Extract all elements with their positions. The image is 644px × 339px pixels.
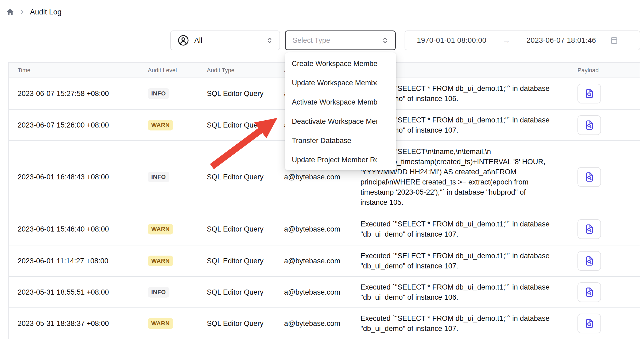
type-menu-item[interactable]: Update Workspace Member bbox=[285, 73, 396, 92]
comment-line: timestamp '2023-05-22');"` in database "… bbox=[360, 187, 545, 197]
audit-level-cell: WARN bbox=[148, 120, 173, 130]
actor-cell: a@bytebase.com bbox=[284, 225, 340, 233]
date-range-start[interactable]: 1970-01-01 08:00:00 bbox=[417, 36, 486, 45]
date-range-end[interactable]: 2023-06-07 18:01:46 bbox=[526, 36, 596, 45]
payload-view-button[interactable] bbox=[577, 115, 601, 135]
type-menu-item-label: Deactivate Workspace Member bbox=[292, 112, 377, 131]
file-search-icon bbox=[584, 223, 595, 235]
file-search-icon bbox=[584, 286, 595, 298]
audit-type-cell: SQL Editor Query bbox=[207, 288, 263, 296]
type-menu-item-label: Transfer Database bbox=[292, 131, 351, 150]
col-header-audit-level: Audit Level bbox=[148, 67, 177, 74]
audit-level-badge: INFO bbox=[148, 88, 169, 99]
comment-line: Executed `"SELECT * FROM db_ui_demo.t1;"… bbox=[360, 313, 550, 323]
audit-type-cell: SQL Editor Query bbox=[207, 90, 263, 98]
audit-level-badge: WARN bbox=[148, 318, 173, 329]
payload-view-button[interactable] bbox=[577, 167, 601, 187]
comment-cell: Executed `"SELECT * FROM db_ui_demo.t1;"… bbox=[360, 313, 550, 334]
time-cell: 2023-06-07 15:27:58 +08:00 bbox=[18, 90, 109, 98]
audit-level-cell: WARN bbox=[148, 318, 173, 329]
type-menu-item[interactable]: Create Workspace Member bbox=[285, 54, 396, 73]
audit-level-badge: WARN bbox=[148, 256, 173, 266]
comment-line: instance 105. bbox=[360, 197, 545, 207]
table-row: 2023-06-01 11:14:27 +08:00 WARN SQL Edit… bbox=[9, 245, 640, 277]
payload-view-button[interactable] bbox=[577, 219, 601, 239]
type-menu-item[interactable]: Deactivate Workspace Member bbox=[285, 111, 396, 131]
comment-line: "db_ui_demo" of instance 107. bbox=[360, 229, 550, 239]
audit-level-cell: INFO bbox=[148, 287, 169, 298]
audit-type-cell: SQL Editor Query bbox=[207, 319, 263, 328]
type-menu-item[interactable]: Activate Workspace Member bbox=[285, 92, 396, 111]
time-cell: 2023-06-01 11:14:27 +08:00 bbox=[18, 257, 108, 265]
type-select-menu: Create Workspace Member Update Workspace… bbox=[285, 52, 396, 170]
payload-view-button[interactable] bbox=[577, 282, 601, 302]
time-cell: 2023-05-31 18:38:37 +08:00 bbox=[18, 319, 109, 328]
payload-view-button[interactable] bbox=[577, 314, 601, 333]
time-cell: 2023-06-07 15:26:00 +08:00 bbox=[18, 121, 109, 129]
comment-cell: Executed `"SELECT * FROM db_ui_demo.t1;"… bbox=[360, 219, 550, 239]
audit-level-badge: INFO bbox=[148, 287, 169, 298]
chevron-updown-icon bbox=[266, 36, 274, 45]
home-icon[interactable] bbox=[6, 8, 14, 16]
comment-line: "db_ui_demo" of instance 107. bbox=[360, 261, 550, 271]
comment-line: "db_ui_demo" of instance 106. bbox=[360, 292, 550, 302]
chevron-updown-icon bbox=[381, 36, 389, 45]
chevron-right-icon bbox=[19, 9, 25, 15]
comment-line: Executed `"SELECT * FROM db_ui_demo.t1;"… bbox=[360, 219, 550, 229]
comment-cell: Executed `"SELECT * FROM db_ui_demo.t1;"… bbox=[360, 251, 550, 271]
type-filter-placeholder: Select Type bbox=[293, 36, 330, 45]
file-search-icon bbox=[584, 317, 595, 330]
actor-cell: a@bytebase.com bbox=[284, 288, 340, 296]
audit-type-cell: SQL Editor Query bbox=[207, 225, 263, 233]
audit-log-page: Audit Log All Select Type 1970-01-01 08: bbox=[0, 0, 644, 339]
audit-level-cell: WARN bbox=[148, 256, 173, 266]
col-header-time: Time bbox=[18, 67, 30, 74]
type-menu-item[interactable]: Update Project Member Role bbox=[285, 150, 396, 169]
comment-line: Executed `"SELECT * FROM db_ui_demo.t1;"… bbox=[360, 282, 550, 292]
file-search-icon bbox=[584, 171, 595, 183]
audit-level-badge: WARN bbox=[148, 120, 173, 130]
audit-level-badge: INFO bbox=[148, 172, 169, 182]
audit-type-cell: SQL Editor Query bbox=[207, 121, 263, 129]
comment-line: principal\nWHERE created_ts >= extract(e… bbox=[360, 177, 545, 187]
table-row: 2023-05-31 18:38:37 +08:00 WARN SQL Edit… bbox=[9, 308, 640, 339]
time-cell: 2023-06-01 16:48:43 +08:00 bbox=[18, 173, 109, 181]
actor-cell: a@bytebase.com bbox=[284, 257, 340, 265]
file-search-icon bbox=[584, 119, 595, 131]
calendar-icon[interactable] bbox=[610, 36, 618, 45]
type-filter-select[interactable]: Select Type bbox=[285, 30, 396, 50]
comment-line: "db_ui_demo" of instance 107. bbox=[360, 323, 550, 334]
comment-cell: Executed `"SELECT * FROM db_ui_demo.t1;"… bbox=[360, 282, 550, 302]
type-menu-item-label: Activate Workspace Member bbox=[292, 93, 377, 112]
audit-level-cell: INFO bbox=[148, 88, 169, 99]
audit-level-badge: WARN bbox=[148, 224, 173, 234]
type-menu-item-label: Create Workspace Member bbox=[292, 54, 377, 73]
type-menu-item-label: Update Project Member Role bbox=[292, 150, 377, 170]
audit-level-cell: WARN bbox=[148, 224, 173, 234]
audit-type-cell: SQL Editor Query bbox=[207, 173, 263, 181]
payload-view-button[interactable] bbox=[577, 251, 601, 271]
table-row: 2023-06-01 15:46:40 +08:00 WARN SQL Edit… bbox=[9, 213, 640, 245]
payload-view-button[interactable] bbox=[577, 84, 601, 103]
page-title[interactable]: Audit Log bbox=[30, 8, 61, 16]
arrow-right-icon: → bbox=[502, 36, 510, 45]
type-menu-item[interactable]: Transfer Database bbox=[285, 131, 396, 150]
breadcrumb: Audit Log bbox=[6, 6, 61, 18]
actor-cell: a@bytebase.com bbox=[284, 319, 340, 328]
comment-line: Executed `"SELECT * FROM db_ui_demo.t1;"… bbox=[360, 251, 550, 261]
file-search-icon bbox=[584, 255, 595, 267]
type-menu-item-label: Update Workspace Member bbox=[292, 73, 377, 93]
time-cell: 2023-06-01 15:46:40 +08:00 bbox=[18, 225, 109, 233]
col-header-audit-type: Audit Type bbox=[207, 67, 235, 74]
col-header-payload: Payload bbox=[577, 67, 599, 74]
audit-level-cell: INFO bbox=[148, 172, 169, 182]
actor-cell: a@bytebase.com bbox=[284, 173, 340, 181]
actor-filter-value: All bbox=[194, 36, 202, 45]
person-circle-icon bbox=[177, 34, 189, 47]
audit-type-cell: SQL Editor Query bbox=[207, 257, 263, 265]
file-search-icon bbox=[584, 87, 595, 100]
actor-filter-select[interactable]: All bbox=[170, 30, 280, 50]
time-cell: 2023-05-31 18:55:51 +08:00 bbox=[18, 288, 109, 296]
table-row: 2023-05-31 18:55:51 +08:00 INFO SQL Edit… bbox=[9, 277, 640, 308]
date-range-picker[interactable]: 1970-01-01 08:00:00 → 2023-06-07 18:01:4… bbox=[405, 30, 640, 50]
